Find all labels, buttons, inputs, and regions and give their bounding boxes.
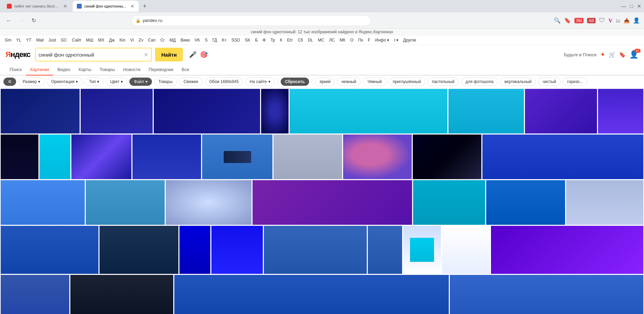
camera-search-icon[interactable]: 🎯 — [200, 51, 208, 58]
ya-plus-icon[interactable]: ✦ — [600, 51, 605, 58]
tab-close-2[interactable]: ✕ — [130, 3, 134, 9]
list-item[interactable] — [202, 135, 272, 179]
bookmark-vk[interactable]: VK — [192, 37, 202, 43]
bookmark-tr[interactable]: Тр — [268, 37, 277, 43]
address-input-wrap[interactable]: 🔒 yandex.ru — [131, 15, 371, 26]
bookmark-cb[interactable]: Сб — [296, 37, 305, 43]
bookmark-info[interactable]: Инфо ▾ — [373, 37, 391, 43]
list-item[interactable] — [166, 180, 251, 225]
bookmark-ett[interactable]: Etт — [285, 37, 295, 43]
tab-images[interactable]: Картинки — [26, 64, 53, 75]
back-button[interactable]: ← — [4, 16, 14, 25]
extension-icon-1[interactable]: ЯМ — [574, 18, 584, 23]
bookmark-mail[interactable]: Mail — [34, 37, 46, 43]
bookmark-icon[interactable]: 🔖 — [564, 17, 571, 24]
bookmark-gd[interactable]: ГД — [210, 37, 219, 43]
tab-translate[interactable]: Переводчик — [144, 64, 177, 75]
new-tab-button[interactable]: + — [140, 1, 150, 11]
search-clear-button[interactable]: ✕ — [144, 51, 148, 58]
list-item[interactable] — [442, 226, 490, 274]
bookmark-dzh[interactable]: Дж — [107, 37, 117, 43]
list-item[interactable] — [491, 226, 643, 274]
tag-muted[interactable]: приглушённый — [388, 78, 425, 86]
bookmark-sk[interactable]: SK — [243, 37, 252, 43]
bookmark-other[interactable]: Другое — [401, 37, 418, 43]
tab-close-1[interactable]: ✕ — [63, 3, 67, 9]
bookmark-md[interactable]: МД — [167, 37, 178, 43]
list-item[interactable] — [1, 89, 80, 133]
tag-photoshop[interactable]: для фотошопа — [461, 78, 498, 86]
bookmark-cr[interactable]: Cr — [158, 37, 167, 43]
tag-pastel[interactable]: пастельный — [428, 78, 459, 86]
tag-dark[interactable]: тёмный — [363, 78, 386, 86]
list-item[interactable] — [1, 226, 98, 274]
bookmark-o[interactable]: О — [348, 37, 355, 43]
list-item[interactable] — [154, 89, 260, 133]
filter-toggle-button[interactable]: ⚙ — [3, 78, 16, 86]
bookmark-f2[interactable]: F — [366, 37, 372, 43]
goods-filter[interactable]: Товары — [154, 78, 177, 86]
tag-soft[interactable]: нежный — [337, 78, 361, 86]
bookmark-mk[interactable]: МК — [338, 37, 348, 43]
fresh-filter[interactable]: Свежие — [179, 78, 203, 86]
list-item[interactable] — [81, 89, 153, 133]
profile-icon[interactable]: 👤 — [633, 17, 640, 24]
list-item[interactable] — [290, 89, 447, 133]
file-filter[interactable]: Файл ▾ — [129, 78, 152, 86]
search-button[interactable]: Найти — [155, 48, 183, 61]
bookmark-mh[interactable]: МХ — [96, 37, 106, 43]
list-item[interactable] — [482, 135, 643, 179]
tag-horizontal[interactable]: горизо... — [563, 78, 587, 86]
extension-icon-4[interactable]: 𝕍 — [609, 18, 612, 23]
maximize-icon[interactable]: □ — [630, 3, 633, 9]
tab-news[interactable]: Новости — [119, 64, 144, 75]
bookmark-dl[interactable]: DL — [306, 37, 315, 43]
reset-filter-button[interactable]: Сбросить — [281, 78, 309, 86]
bookmark-can[interactable]: Can — [146, 37, 157, 43]
bookmark-ls[interactable]: ЛС — [327, 37, 337, 43]
tab-maps[interactable]: Карты — [74, 64, 95, 75]
list-item[interactable] — [211, 226, 263, 274]
tab-all[interactable]: Все — [177, 64, 193, 75]
list-item[interactable] — [39, 135, 70, 179]
cart-icon[interactable]: 🛒 — [609, 51, 616, 58]
bookmark-yl[interactable]: YL — [14, 37, 23, 43]
color-filter[interactable]: Цвет ▾ — [106, 78, 127, 86]
wallpaper-filter[interactable]: Обои 1680x945 — [205, 78, 243, 86]
size-filter[interactable]: Размер ▾ — [18, 78, 45, 86]
list-item[interactable] — [179, 226, 210, 274]
bookmark-zv[interactable]: Zv — [137, 37, 145, 43]
reload-button[interactable]: ↻ — [29, 16, 38, 25]
list-item[interactable] — [86, 180, 165, 225]
extension-icon-5[interactable]: 🗂 — [616, 18, 620, 23]
forward-button[interactable]: → — [16, 16, 26, 25]
bookmark-ssd[interactable]: SSD — [230, 37, 242, 43]
orientation-filter[interactable]: Ориентация ▾ — [47, 78, 82, 86]
tab-products[interactable]: Товары — [95, 64, 119, 75]
bookmark-just[interactable]: Just — [46, 37, 58, 43]
list-item[interactable] — [264, 226, 367, 274]
browser-tab-1[interactable]: пейнт нет скачать бесплa... ✕ — [3, 1, 71, 12]
bookmark-b[interactable]: Б — [253, 37, 260, 43]
extension-icon-2[interactable]: AB — [587, 18, 596, 23]
list-item[interactable] — [174, 275, 449, 314]
bookmark-gc[interactable]: GC — [59, 37, 69, 43]
list-item[interactable] — [448, 89, 524, 133]
browser-tab-2[interactable]: синий фон однотонны... ✕ — [73, 1, 139, 12]
bookmark-mc[interactable]: МС — [316, 37, 327, 43]
bookmark-site[interactable]: Сайт — [70, 37, 83, 43]
onsite-filter[interactable]: На сайте ▾ — [245, 78, 275, 86]
microphone-icon[interactable]: 🎤 — [189, 51, 197, 58]
bookmark-gm[interactable]: Gm — [3, 37, 13, 43]
favorites-icon[interactable]: 🔖 — [619, 51, 626, 58]
bookmark-msh[interactable]: МШ — [84, 37, 95, 43]
list-item[interactable] — [1, 275, 69, 314]
tab-search[interactable]: Поиск — [5, 64, 26, 75]
bookmark-f[interactable]: Ф — [260, 37, 268, 43]
tag-bright[interactable]: яркий — [315, 78, 335, 86]
list-item[interactable] — [598, 89, 643, 133]
tag-vertical[interactable]: вертикальный — [500, 78, 536, 86]
bookmark-yt[interactable]: YT — [24, 37, 33, 43]
bookmark-k[interactable]: К — [278, 37, 284, 43]
close-window-icon[interactable]: ✕ — [637, 3, 641, 9]
